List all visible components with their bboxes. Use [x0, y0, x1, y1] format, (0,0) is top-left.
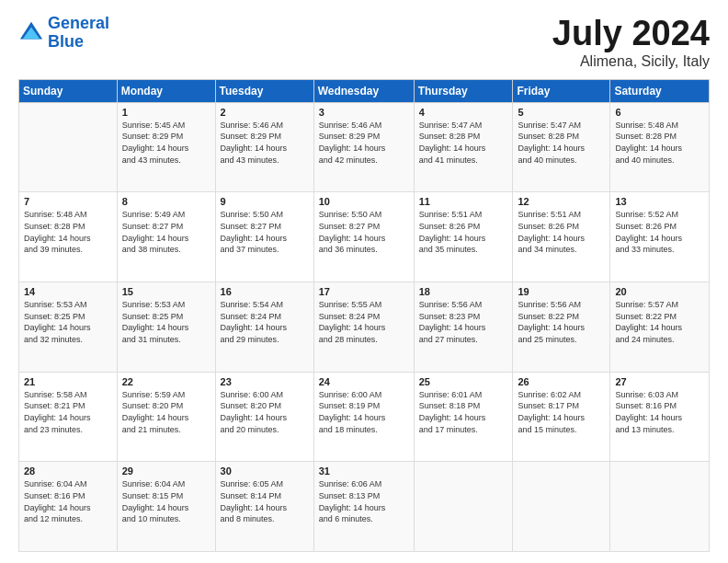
cell-text: Sunrise: 5:50 AM Sunset: 8:27 PM Dayligh… — [319, 209, 409, 255]
logo-line1: General — [48, 14, 109, 32]
calendar-cell: 29Sunrise: 6:04 AM Sunset: 8:15 PM Dayli… — [117, 462, 215, 552]
calendar-cell: 8Sunrise: 5:49 AM Sunset: 8:27 PM Daylig… — [117, 192, 215, 282]
day-number: 3 — [319, 107, 409, 118]
main-title: July 2024 — [552, 15, 710, 53]
calendar-cell: 10Sunrise: 5:50 AM Sunset: 8:27 PM Dayli… — [313, 192, 414, 282]
calendar-cell: 27Sunrise: 6:03 AM Sunset: 8:16 PM Dayli… — [610, 372, 710, 462]
day-number: 22 — [122, 376, 210, 387]
calendar-cell — [610, 462, 710, 552]
day-number: 13 — [615, 196, 704, 207]
day-number: 6 — [615, 107, 704, 118]
calendar-cell: 31Sunrise: 6:06 AM Sunset: 8:13 PM Dayli… — [313, 462, 414, 552]
cell-text: Sunrise: 5:52 AM Sunset: 8:26 PM Dayligh… — [615, 209, 704, 255]
day-number: 16 — [221, 286, 309, 297]
day-number: 19 — [518, 286, 605, 297]
weekday-header-friday: Friday — [513, 79, 610, 102]
calendar-cell: 28Sunrise: 6:04 AM Sunset: 8:16 PM Dayli… — [19, 462, 118, 552]
day-number: 27 — [615, 376, 704, 387]
calendar-cell: 15Sunrise: 5:53 AM Sunset: 8:25 PM Dayli… — [117, 282, 215, 373]
calendar-cell: 2Sunrise: 5:46 AM Sunset: 8:29 PM Daylig… — [215, 102, 313, 192]
week-row-1: 1Sunrise: 5:45 AM Sunset: 8:29 PM Daylig… — [19, 102, 710, 192]
day-number: 11 — [419, 196, 508, 207]
header: General Blue July 2024 Alimena, Sicily, … — [18, 15, 710, 70]
logo-text: General Blue — [48, 15, 109, 52]
calendar-cell: 3Sunrise: 5:46 AM Sunset: 8:29 PM Daylig… — [313, 102, 414, 192]
day-number: 9 — [221, 196, 309, 207]
day-number: 28 — [24, 465, 112, 477]
day-number: 17 — [319, 286, 409, 297]
cell-text: Sunrise: 6:04 AM Sunset: 8:16 PM Dayligh… — [24, 478, 112, 524]
calendar-cell: 14Sunrise: 5:53 AM Sunset: 8:25 PM Dayli… — [19, 282, 118, 373]
calendar-cell: 16Sunrise: 5:54 AM Sunset: 8:24 PM Dayli… — [215, 282, 313, 373]
calendar-cell: 23Sunrise: 6:00 AM Sunset: 8:20 PM Dayli… — [215, 372, 313, 462]
calendar-header: SundayMondayTuesdayWednesdayThursdayFrid… — [19, 79, 710, 102]
calendar-cell: 17Sunrise: 5:55 AM Sunset: 8:24 PM Dayli… — [313, 282, 414, 373]
calendar-cell: 7Sunrise: 5:48 AM Sunset: 8:28 PM Daylig… — [19, 192, 118, 282]
cell-text: Sunrise: 6:06 AM Sunset: 8:13 PM Dayligh… — [319, 478, 409, 524]
logo: General Blue — [18, 15, 109, 52]
day-number: 31 — [319, 465, 409, 477]
calendar-cell: 4Sunrise: 5:47 AM Sunset: 8:28 PM Daylig… — [414, 102, 513, 192]
cell-text: Sunrise: 5:48 AM Sunset: 8:28 PM Dayligh… — [24, 209, 112, 255]
title-block: July 2024 Alimena, Sicily, Italy — [552, 15, 710, 70]
calendar-cell: 12Sunrise: 5:51 AM Sunset: 8:26 PM Dayli… — [513, 192, 610, 282]
cell-text: Sunrise: 5:54 AM Sunset: 8:24 PM Dayligh… — [221, 299, 309, 345]
calendar-cell: 18Sunrise: 5:56 AM Sunset: 8:23 PM Dayli… — [414, 282, 513, 373]
weekday-header-saturday: Saturday — [610, 79, 710, 102]
cell-text: Sunrise: 5:55 AM Sunset: 8:24 PM Dayligh… — [319, 299, 409, 345]
calendar-cell: 11Sunrise: 5:51 AM Sunset: 8:26 PM Dayli… — [414, 192, 513, 282]
cell-text: Sunrise: 5:58 AM Sunset: 8:21 PM Dayligh… — [24, 389, 112, 435]
cell-text: Sunrise: 6:04 AM Sunset: 8:15 PM Dayligh… — [122, 478, 210, 524]
weekday-header-sunday: Sunday — [19, 79, 118, 102]
calendar-cell — [19, 102, 118, 192]
calendar-cell: 5Sunrise: 5:47 AM Sunset: 8:28 PM Daylig… — [513, 102, 610, 192]
weekday-header-tuesday: Tuesday — [215, 79, 313, 102]
cell-text: Sunrise: 5:59 AM Sunset: 8:20 PM Dayligh… — [122, 389, 210, 435]
calendar-table: SundayMondayTuesdayWednesdayThursdayFrid… — [18, 79, 710, 552]
cell-text: Sunrise: 5:51 AM Sunset: 8:26 PM Dayligh… — [419, 209, 508, 255]
cell-text: Sunrise: 5:49 AM Sunset: 8:27 PM Dayligh… — [122, 209, 210, 255]
day-number: 8 — [122, 196, 210, 207]
day-number: 7 — [24, 196, 112, 207]
day-number: 30 — [221, 465, 309, 477]
day-number: 10 — [319, 196, 409, 207]
week-row-3: 14Sunrise: 5:53 AM Sunset: 8:25 PM Dayli… — [19, 282, 710, 373]
cell-text: Sunrise: 5:45 AM Sunset: 8:29 PM Dayligh… — [122, 120, 210, 166]
week-row-4: 21Sunrise: 5:58 AM Sunset: 8:21 PM Dayli… — [19, 372, 710, 462]
cell-text: Sunrise: 5:46 AM Sunset: 8:29 PM Dayligh… — [221, 120, 309, 166]
day-number: 2 — [221, 107, 309, 118]
cell-text: Sunrise: 5:47 AM Sunset: 8:28 PM Dayligh… — [518, 120, 605, 166]
calendar-cell: 13Sunrise: 5:52 AM Sunset: 8:26 PM Dayli… — [610, 192, 710, 282]
calendar-cell: 9Sunrise: 5:50 AM Sunset: 8:27 PM Daylig… — [215, 192, 313, 282]
cell-text: Sunrise: 6:00 AM Sunset: 8:20 PM Dayligh… — [221, 389, 309, 435]
calendar-body: 1Sunrise: 5:45 AM Sunset: 8:29 PM Daylig… — [19, 102, 710, 551]
day-number: 5 — [518, 107, 605, 118]
day-number: 12 — [518, 196, 605, 207]
cell-text: Sunrise: 6:03 AM Sunset: 8:16 PM Dayligh… — [615, 389, 704, 435]
calendar-cell: 30Sunrise: 6:05 AM Sunset: 8:14 PM Dayli… — [215, 462, 313, 552]
cell-text: Sunrise: 5:46 AM Sunset: 8:29 PM Dayligh… — [319, 120, 409, 166]
weekday-row: SundayMondayTuesdayWednesdayThursdayFrid… — [19, 79, 710, 102]
page: General Blue July 2024 Alimena, Sicily, … — [0, 0, 728, 563]
day-number: 24 — [319, 376, 409, 387]
cell-text: Sunrise: 5:51 AM Sunset: 8:26 PM Dayligh… — [518, 209, 605, 255]
cell-text: Sunrise: 5:53 AM Sunset: 8:25 PM Dayligh… — [122, 299, 210, 345]
calendar-cell: 6Sunrise: 5:48 AM Sunset: 8:28 PM Daylig… — [610, 102, 710, 192]
subtitle: Alimena, Sicily, Italy — [552, 53, 710, 70]
logo-icon — [18, 20, 44, 46]
week-row-5: 28Sunrise: 6:04 AM Sunset: 8:16 PM Dayli… — [19, 462, 710, 552]
day-number: 18 — [419, 286, 508, 297]
day-number: 29 — [122, 465, 210, 477]
cell-text: Sunrise: 5:57 AM Sunset: 8:22 PM Dayligh… — [615, 299, 704, 345]
weekday-header-wednesday: Wednesday — [313, 79, 414, 102]
cell-text: Sunrise: 6:01 AM Sunset: 8:18 PM Dayligh… — [419, 389, 508, 435]
cell-text: Sunrise: 5:53 AM Sunset: 8:25 PM Dayligh… — [24, 299, 112, 345]
weekday-header-monday: Monday — [117, 79, 215, 102]
calendar-cell — [513, 462, 610, 552]
calendar-cell: 25Sunrise: 6:01 AM Sunset: 8:18 PM Dayli… — [414, 372, 513, 462]
day-number: 21 — [24, 376, 112, 387]
cell-text: Sunrise: 5:56 AM Sunset: 8:23 PM Dayligh… — [419, 299, 508, 345]
weekday-header-thursday: Thursday — [414, 79, 513, 102]
cell-text: Sunrise: 6:05 AM Sunset: 8:14 PM Dayligh… — [221, 478, 309, 524]
calendar-cell: 1Sunrise: 5:45 AM Sunset: 8:29 PM Daylig… — [117, 102, 215, 192]
